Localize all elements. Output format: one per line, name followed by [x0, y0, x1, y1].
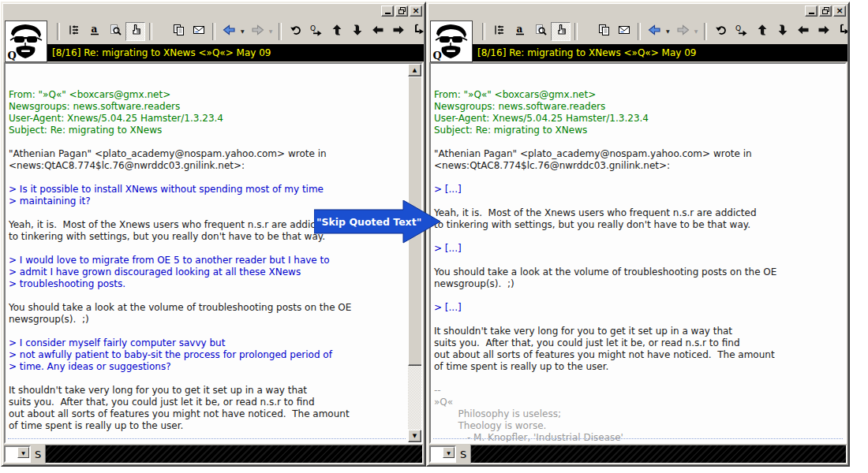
next-unread-button[interactable]	[409, 22, 424, 41]
blank-line	[434, 255, 845, 266]
left-arrow-button[interactable]	[368, 22, 387, 41]
body-line: suits you. After that, you could just le…	[434, 337, 845, 349]
score-combo[interactable]: ▼	[4, 445, 31, 463]
minimize-button[interactable]	[381, 6, 394, 17]
score-combo[interactable]: ▼	[429, 445, 456, 463]
undo-icon	[290, 24, 302, 39]
article-title-bar: [8/16] Re: migrating to XNews <»Q«> May …	[473, 44, 847, 61]
font-button[interactable]: a	[84, 22, 104, 41]
down-arrow-button[interactable]	[773, 22, 792, 41]
undo-button[interactable]	[286, 22, 305, 41]
status-letter: S	[460, 449, 466, 460]
forward-dropdown-caret[interactable]: ▼	[694, 28, 698, 34]
signature-line: Theology is worse.	[434, 420, 845, 432]
back-button[interactable]	[219, 22, 239, 41]
undo-button[interactable]	[711, 22, 731, 41]
mail-button[interactable]	[189, 22, 208, 41]
blank-line	[9, 172, 421, 184]
status-bar	[45, 445, 423, 464]
header-line: User-Agent: Xnews/5.04.25 Hamster/1.3.23…	[9, 113, 421, 125]
combo-dropdown-button[interactable]: ▼	[443, 447, 455, 458]
hand-icon	[129, 24, 142, 39]
window-titlebar[interactable]: ×	[428, 4, 847, 17]
vertical-scrollbar[interactable]: ▲ ▼	[408, 64, 421, 442]
quoted-line: > not awfully patient to baby-sit the pr…	[9, 349, 421, 361]
copy-button[interactable]	[593, 22, 613, 41]
goto-q-button[interactable]: Q	[306, 22, 326, 41]
pane-bottom-dotted-line	[433, 438, 843, 439]
svg-text:Q: Q	[735, 24, 741, 32]
up-arrow-button[interactable]	[327, 22, 346, 41]
down-arrow-button[interactable]	[347, 22, 367, 41]
copy-button[interactable]	[168, 22, 188, 41]
right-arrow-button[interactable]	[814, 22, 833, 41]
quoted-line: > troubleshooting posts.	[9, 278, 421, 290]
restore-button[interactable]	[395, 6, 408, 17]
search-icon	[109, 24, 122, 39]
up-arrow-button[interactable]	[752, 22, 772, 41]
back-dropdown-caret[interactable]: ▼	[666, 28, 670, 34]
search-button[interactable]	[530, 22, 550, 41]
svg-text:a: a	[516, 24, 522, 35]
body-line: <news:QtAC8.774$lc.76@nwrddc03.gnilink.n…	[434, 160, 845, 172]
back-dropdown-caret[interactable]: ▼	[241, 28, 245, 34]
right-arrow-button[interactable]	[388, 22, 408, 41]
window-titlebar[interactable]: ×	[3, 4, 424, 17]
mail-button[interactable]	[614, 22, 634, 41]
message-body: From: "»Q«" <boxcars@gmx.net>Newsgroups:…	[434, 89, 845, 444]
pane-bottom-dotted-line	[8, 438, 406, 439]
blank-line	[9, 290, 421, 302]
article-pane-icon	[68, 24, 80, 39]
scroll-down-button[interactable]: ▼	[408, 430, 421, 442]
body-line: suits you. After that, you could just le…	[9, 397, 421, 408]
toolbar-separator	[212, 23, 215, 40]
restore-button[interactable]	[819, 6, 832, 17]
minimize-button[interactable]	[805, 6, 817, 17]
body-line: out about all sorts of features you migh…	[9, 408, 421, 420]
body-line: It shouldn't take very long for you to g…	[9, 385, 421, 397]
search-button[interactable]	[105, 22, 125, 41]
hand-button[interactable]	[125, 22, 145, 41]
font-icon: a	[88, 24, 101, 39]
mail-icon	[193, 24, 205, 39]
article-pane-button[interactable]	[64, 22, 84, 41]
combo-dropdown-button[interactable]: ▼	[17, 447, 29, 458]
quoted-line: > Is it possible to install XNews withou…	[9, 184, 421, 196]
body-line: of time spent is really up to the user.	[9, 420, 421, 432]
article-pane-button[interactable]	[489, 22, 509, 41]
toolbar-separator	[149, 23, 152, 40]
message-pane[interactable]: From: "»Q«" <boxcars@gmx.net>Newsgroups:…	[429, 62, 847, 444]
blank-line	[9, 136, 421, 148]
status-row: ▼ S	[429, 445, 847, 464]
hand-button[interactable]	[551, 22, 571, 41]
forward-icon	[251, 24, 264, 39]
forward-button[interactable]	[248, 22, 268, 41]
close-button[interactable]: ×	[833, 6, 846, 17]
blank-line	[9, 373, 421, 385]
toolbar-separator	[638, 23, 641, 40]
status-letter: S	[35, 449, 41, 460]
close-icon: ×	[836, 7, 843, 15]
toolbar-separator	[704, 23, 707, 40]
back-button[interactable]	[645, 22, 664, 41]
toolbar: a▼▼Q	[473, 18, 847, 44]
close-button[interactable]: ×	[410, 6, 422, 17]
next-unread-button[interactable]	[834, 22, 847, 41]
font-icon: a	[514, 24, 526, 39]
header-line: Newsgroups: news.software.readers	[9, 101, 421, 113]
body-line: of time spent is really up to the user.	[434, 361, 845, 373]
blank-line	[434, 290, 845, 302]
font-button[interactable]: a	[510, 22, 529, 41]
forward-button[interactable]	[673, 22, 693, 41]
forward-dropdown-caret[interactable]: ▼	[269, 28, 273, 34]
callout-label: "Skip Quoted Text"	[316, 216, 421, 228]
blank-line	[434, 172, 845, 184]
quoted-line: > I consider myself fairly computer savv…	[9, 337, 421, 349]
left-arrow-button[interactable]	[793, 22, 813, 41]
goto-q-button[interactable]: Q	[731, 22, 751, 41]
message-pane[interactable]: From: "»Q«" <boxcars@gmx.net>Newsgroups:…	[4, 62, 423, 444]
header-line: From: "»Q«" <boxcars@gmx.net>	[9, 89, 421, 101]
scroll-up-button[interactable]: ▲	[408, 64, 421, 76]
body-line: "Athenian Pagan" <plato_academy@nospam.y…	[434, 148, 845, 160]
body-line: Yeah, it is. Most of the Xnews users who…	[434, 207, 845, 219]
